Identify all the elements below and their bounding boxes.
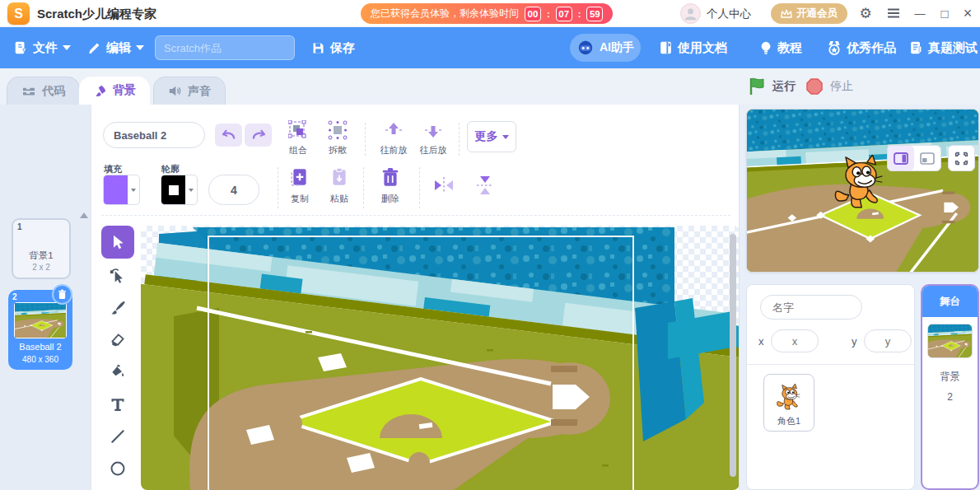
project-name-input[interactable] [155,35,295,60]
timer-seconds: 59 [586,7,603,21]
caret-down-icon [189,189,194,192]
fill-label: 填充 [104,163,122,175]
open-membership-button[interactable]: 开通会员 [771,3,847,24]
tab-backdrops[interactable]: 背景 [79,77,150,105]
layout-compact-button[interactable] [914,146,940,170]
file-icon [13,40,28,55]
canvas-scrollbar[interactable] [730,234,736,477]
profile-center-link[interactable]: 个人中心 [707,0,751,27]
flip-vertical-icon [475,175,495,196]
run-button[interactable]: 运行 [748,68,796,105]
tab-row: 代码 背景 声音 运行 停止 [0,68,980,105]
sprite-name-input[interactable] [760,295,862,320]
backdrop-thumbnail [14,302,67,338]
flip-horizontal-button[interactable] [431,173,457,199]
group-icon [288,120,308,140]
tab-code[interactable]: 代码 [7,77,80,105]
sprite-y-input[interactable] [864,329,912,352]
undo-icon [222,129,236,141]
stage-preview[interactable] [746,109,979,273]
costume-name-input[interactable] [103,122,205,148]
redo-icon [251,129,266,141]
cat-sprite[interactable] [829,155,890,216]
line-tool[interactable] [101,420,134,453]
tab-sounds[interactable]: 声音 [153,77,226,105]
sprite-card-selected[interactable]: 角色1 [763,374,814,432]
delete-button[interactable]: 删除 [371,167,409,205]
outline-color-value [161,175,185,204]
toolbar-separator [363,167,364,208]
outline-color-swatch[interactable] [161,175,198,205]
tutorials-menu[interactable]: 教程 [759,27,802,68]
fill-bucket-tool-icon [110,364,126,380]
brush-tool[interactable] [101,292,134,324]
fullscreen-button[interactable] [948,145,975,171]
fill-tool[interactable] [101,356,134,389]
hamburger-icon [887,8,900,18]
person-icon [684,7,698,21]
menu-hamburger-icon[interactable] [884,0,903,27]
speaker-icon [168,85,182,97]
edit-menu[interactable]: 编辑 [87,27,144,68]
backdrop-list-panel: 1 背景1 2 x 2 2 Baseball 2 480 x 360 [0,105,91,490]
circle-tool-icon [110,460,126,477]
fullscreen-icon [954,152,968,166]
select-tool[interactable] [101,226,134,259]
toolbar-separator [419,167,420,208]
caret-down-icon [63,45,71,50]
send-backward-button[interactable]: 往后放 [414,120,452,156]
line-tool-icon [110,428,126,445]
avatar[interactable] [680,3,701,24]
minimize-button[interactable]: — [911,0,929,27]
sprite-name-label: 角色1 [777,415,800,427]
undo-button[interactable] [215,124,242,147]
docs-menu[interactable]: 使用文档 [659,27,727,68]
timer-colon: : [578,9,581,19]
layout-split-button[interactable] [888,146,914,170]
reshape-tool[interactable] [101,259,134,292]
paste-button[interactable]: 粘贴 [320,167,358,205]
more-dropdown-button[interactable]: 更多 [467,121,516,152]
settings-gear-icon[interactable]: ⚙ [856,0,875,27]
stroke-width-input[interactable] [208,175,259,205]
stop-button[interactable]: 停止 [805,68,853,105]
backdrop-artwork [141,226,740,490]
sprite-x-input[interactable] [771,329,819,352]
bring-forward-button[interactable]: 往前放 [375,120,413,156]
delete-backdrop-button[interactable] [52,284,72,305]
reshape-tool-icon [110,268,126,284]
app-title: Scratch少儿编程专家 [37,0,156,27]
cat-thumbnail [774,384,804,413]
stage-selector-panel[interactable]: 舞台 背景 2 [921,284,979,490]
scroll-up-icon[interactable] [80,212,88,218]
redo-button[interactable] [245,124,272,147]
ai-assistant-button[interactable]: AI助手 [570,34,641,62]
maximize-button[interactable]: □ [936,0,954,27]
toolbar-separator [365,123,366,156]
right-column: x y 角色1 舞台 背景 2 [739,105,980,490]
save-button[interactable]: 保存 [311,27,355,68]
backdrop-name: 背景1 [13,250,69,262]
copy-icon [290,167,310,189]
toolbar-separator [459,123,460,156]
paint-canvas[interactable] [141,226,740,490]
close-button[interactable]: × [959,0,977,27]
text-tool[interactable] [101,388,134,421]
medal-icon [827,40,842,56]
circle-tool[interactable] [101,452,134,485]
flip-vertical-button[interactable] [472,173,498,199]
fill-color-swatch[interactable] [103,175,140,205]
toolbar-divider [101,215,730,216]
file-menu[interactable]: 文件 [13,27,71,68]
caret-down-icon [502,135,509,139]
backdrop-item-1[interactable]: 1 背景1 2 x 2 [12,218,71,279]
group-button[interactable]: 组合 [279,120,317,156]
outline-label: 轮廓 [161,163,180,175]
lightbulb-icon [759,40,772,55]
sprite-info-panel: x y 角色1 [746,284,915,490]
ungroup-button[interactable]: 拆散 [319,120,357,156]
exam-test-menu[interactable]: 真题测试 [909,27,978,68]
copy-button[interactable]: 复制 [281,167,319,205]
eraser-tool[interactable] [101,324,134,357]
featured-works-menu[interactable]: 优秀作品 [827,27,896,68]
